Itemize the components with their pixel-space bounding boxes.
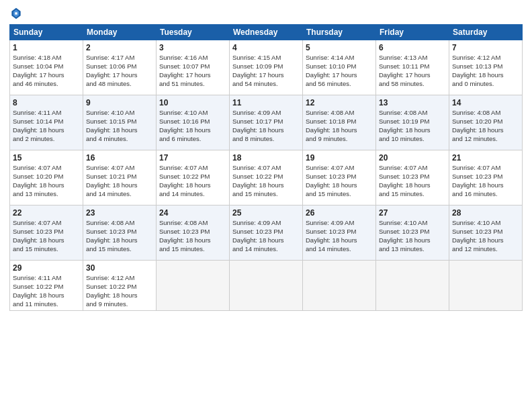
calendar-cell: 18Sunrise: 4:07 AM Sunset: 10:22 PM Dayl…	[230, 150, 303, 205]
day-info: Sunrise: 4:07 AM Sunset: 10:22 PM Daylig…	[159, 164, 211, 197]
calendar-cell: 12Sunrise: 4:08 AM Sunset: 10:18 PM Dayl…	[303, 95, 376, 150]
day-info: Sunrise: 4:08 AM Sunset: 10:23 PM Daylig…	[159, 219, 211, 252]
calendar-cell: 2Sunrise: 4:17 AM Sunset: 10:06 PM Dayli…	[83, 40, 157, 95]
calendar-cell: 28Sunrise: 4:10 AM Sunset: 10:23 PM Dayl…	[449, 205, 523, 261]
day-number: 27	[379, 208, 446, 218]
calendar-cell: 13Sunrise: 4:08 AM Sunset: 10:19 PM Dayl…	[376, 95, 449, 150]
day-info: Sunrise: 4:08 AM Sunset: 10:20 PM Daylig…	[452, 109, 504, 142]
day-info: Sunrise: 4:12 AM Sunset: 10:22 PM Daylig…	[86, 274, 138, 307]
day-info: Sunrise: 4:09 AM Sunset: 10:23 PM Daylig…	[232, 219, 284, 252]
calendar-cell: 8Sunrise: 4:11 AM Sunset: 10:14 PM Dayli…	[10, 95, 83, 150]
day-number: 12	[306, 97, 373, 108]
day-number: 17	[159, 152, 226, 163]
day-number: 28	[452, 208, 519, 218]
calendar-cell: 1Sunrise: 4:18 AM Sunset: 10:04 PM Dayli…	[10, 40, 83, 95]
day-number: 9	[86, 97, 153, 108]
day-info: Sunrise: 4:13 AM Sunset: 10:11 PM Daylig…	[379, 54, 431, 87]
day-number: 3	[159, 42, 226, 53]
calendar-cell: 7Sunrise: 4:12 AM Sunset: 10:13 PM Dayli…	[449, 40, 523, 95]
day-number: 10	[159, 97, 226, 108]
day-number: 20	[379, 152, 446, 163]
day-number: 14	[452, 97, 519, 108]
calendar-cell: 5Sunrise: 4:14 AM Sunset: 10:10 PM Dayli…	[303, 40, 376, 95]
day-info: Sunrise: 4:08 AM Sunset: 10:18 PM Daylig…	[306, 109, 357, 142]
day-number: 22	[13, 208, 80, 218]
day-number: 2	[86, 42, 153, 53]
day-number: 25	[232, 208, 300, 218]
day-info: Sunrise: 4:12 AM Sunset: 10:13 PM Daylig…	[452, 54, 504, 87]
day-number: 24	[159, 208, 226, 218]
calendar-cell: 23Sunrise: 4:08 AM Sunset: 10:23 PM Dayl…	[83, 205, 157, 261]
calendar-cell: 16Sunrise: 4:07 AM Sunset: 10:21 PM Dayl…	[83, 150, 157, 205]
day-number: 13	[379, 97, 446, 108]
logo	[9, 7, 26, 20]
calendar-cell	[230, 261, 303, 311]
calendar: SundayMondayTuesdayWednesdayThursdayFrid…	[9, 24, 523, 311]
calendar-cell: 22Sunrise: 4:07 AM Sunset: 10:23 PM Dayl…	[10, 205, 83, 261]
day-number: 11	[232, 97, 300, 108]
day-info: Sunrise: 4:10 AM Sunset: 10:23 PM Daylig…	[452, 219, 504, 252]
calendar-cell: 14Sunrise: 4:08 AM Sunset: 10:20 PM Dayl…	[449, 95, 523, 150]
day-info: Sunrise: 4:17 AM Sunset: 10:06 PM Daylig…	[86, 54, 138, 87]
calendar-cell: 15Sunrise: 4:07 AM Sunset: 10:20 PM Dayl…	[10, 150, 83, 205]
day-number: 21	[452, 152, 519, 163]
day-number: 16	[86, 152, 153, 163]
calendar-cell: 24Sunrise: 4:08 AM Sunset: 10:23 PM Dayl…	[157, 205, 230, 261]
calendar-cell: 3Sunrise: 4:16 AM Sunset: 10:07 PM Dayli…	[157, 40, 230, 95]
day-info: Sunrise: 4:07 AM Sunset: 10:23 PM Daylig…	[13, 219, 64, 252]
day-of-week-header: Thursday	[303, 25, 376, 40]
day-info: Sunrise: 4:09 AM Sunset: 10:17 PM Daylig…	[232, 109, 284, 142]
day-number: 19	[306, 152, 373, 163]
day-info: Sunrise: 4:07 AM Sunset: 10:20 PM Daylig…	[13, 164, 64, 197]
calendar-cell: 4Sunrise: 4:15 AM Sunset: 10:09 PM Dayli…	[230, 40, 303, 95]
day-info: Sunrise: 4:07 AM Sunset: 10:23 PM Daylig…	[306, 164, 357, 197]
day-info: Sunrise: 4:16 AM Sunset: 10:07 PM Daylig…	[159, 54, 211, 87]
day-number: 29	[13, 263, 80, 273]
calendar-cell: 30Sunrise: 4:12 AM Sunset: 10:22 PM Dayl…	[83, 261, 157, 311]
day-info: Sunrise: 4:11 AM Sunset: 10:14 PM Daylig…	[13, 109, 64, 142]
day-number: 7	[452, 42, 519, 53]
day-of-week-header: Monday	[83, 25, 157, 40]
day-number: 23	[86, 208, 153, 218]
day-info: Sunrise: 4:10 AM Sunset: 10:16 PM Daylig…	[159, 109, 211, 142]
day-info: Sunrise: 4:10 AM Sunset: 10:15 PM Daylig…	[86, 109, 138, 142]
calendar-cell: 19Sunrise: 4:07 AM Sunset: 10:23 PM Dayl…	[303, 150, 376, 205]
day-info: Sunrise: 4:09 AM Sunset: 10:23 PM Daylig…	[306, 219, 357, 252]
day-of-week-header: Sunday	[10, 25, 83, 40]
day-number: 6	[379, 42, 446, 53]
header	[9, 7, 523, 20]
calendar-cell	[449, 261, 523, 311]
calendar-cell: 27Sunrise: 4:10 AM Sunset: 10:23 PM Dayl…	[376, 205, 449, 261]
day-info: Sunrise: 4:11 AM Sunset: 10:22 PM Daylig…	[13, 274, 64, 307]
calendar-cell: 20Sunrise: 4:07 AM Sunset: 10:23 PM Dayl…	[376, 150, 449, 205]
day-info: Sunrise: 4:14 AM Sunset: 10:10 PM Daylig…	[306, 54, 357, 87]
calendar-cell: 29Sunrise: 4:11 AM Sunset: 10:22 PM Dayl…	[10, 261, 83, 311]
calendar-cell: 10Sunrise: 4:10 AM Sunset: 10:16 PM Dayl…	[157, 95, 230, 150]
day-number: 8	[13, 97, 80, 108]
day-of-week-header: Tuesday	[157, 25, 230, 40]
calendar-cell: 25Sunrise: 4:09 AM Sunset: 10:23 PM Dayl…	[230, 205, 303, 261]
calendar-cell: 17Sunrise: 4:07 AM Sunset: 10:22 PM Dayl…	[157, 150, 230, 205]
day-info: Sunrise: 4:07 AM Sunset: 10:23 PM Daylig…	[379, 164, 431, 197]
day-info: Sunrise: 4:07 AM Sunset: 10:23 PM Daylig…	[452, 164, 504, 197]
day-number: 18	[232, 152, 300, 163]
day-of-week-header: Wednesday	[230, 25, 303, 40]
calendar-cell: 6Sunrise: 4:13 AM Sunset: 10:11 PM Dayli…	[376, 40, 449, 95]
day-info: Sunrise: 4:08 AM Sunset: 10:23 PM Daylig…	[86, 219, 138, 252]
page: SundayMondayTuesdayWednesdayThursdayFrid…	[0, 0, 532, 411]
calendar-cell: 26Sunrise: 4:09 AM Sunset: 10:23 PM Dayl…	[303, 205, 376, 261]
day-info: Sunrise: 4:07 AM Sunset: 10:22 PM Daylig…	[232, 164, 284, 197]
day-info: Sunrise: 4:15 AM Sunset: 10:09 PM Daylig…	[232, 54, 284, 87]
logo-icon	[9, 7, 23, 20]
day-number: 15	[13, 152, 80, 163]
day-info: Sunrise: 4:08 AM Sunset: 10:19 PM Daylig…	[379, 109, 431, 142]
day-number: 1	[13, 42, 80, 53]
day-info: Sunrise: 4:07 AM Sunset: 10:21 PM Daylig…	[86, 164, 138, 197]
day-number: 4	[232, 42, 300, 53]
calendar-cell	[157, 261, 230, 311]
day-number: 26	[306, 208, 373, 218]
day-info: Sunrise: 4:18 AM Sunset: 10:04 PM Daylig…	[13, 54, 64, 87]
calendar-cell: 11Sunrise: 4:09 AM Sunset: 10:17 PM Dayl…	[230, 95, 303, 150]
day-info: Sunrise: 4:10 AM Sunset: 10:23 PM Daylig…	[379, 219, 431, 252]
day-number: 5	[306, 42, 373, 53]
